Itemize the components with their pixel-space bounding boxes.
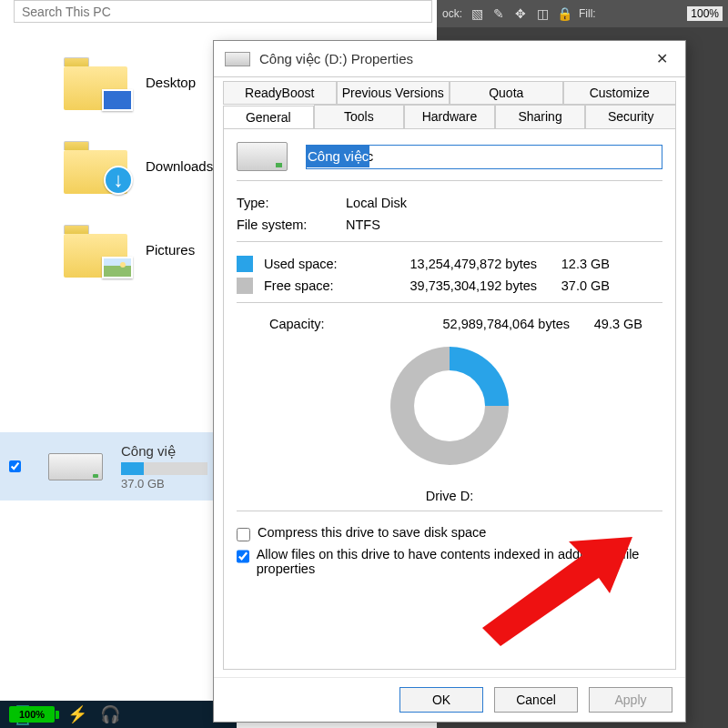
free-label: Free space:	[264, 278, 364, 293]
drive-usage-bar	[121, 462, 207, 475]
move-icon[interactable]: ✥	[513, 6, 528, 21]
drive-name-input[interactable]	[306, 145, 662, 169]
tab-hardware[interactable]: Hardware	[404, 105, 495, 128]
folder-icon	[64, 57, 127, 107]
used-swatch	[237, 256, 253, 272]
tab-quota[interactable]: Quota	[450, 81, 563, 105]
folder-label: Pictures	[146, 242, 195, 258]
used-gb: 12.3 GB	[537, 257, 610, 271]
dialog-button-row: OK Cancel Apply	[214, 677, 685, 722]
battery-indicator: 100%	[9, 706, 55, 723]
free-bytes: 39,735,304,192 bytes	[364, 278, 537, 293]
lightning-icon: ⚡	[67, 704, 87, 724]
crop-icon[interactable]: ◫	[535, 6, 550, 21]
ps-mock-label: ock:	[442, 7, 462, 20]
used-bytes: 13,254,479,872 bytes	[364, 257, 537, 271]
tab-previous-versions[interactable]: Previous Versions	[337, 81, 450, 105]
type-value: Local Disk	[346, 196, 662, 210]
folder-label: Downloads	[146, 158, 213, 174]
dialog-titlebar[interactable]: Công việc (D:) Properties ✕	[214, 41, 685, 77]
folder-icon: ↓	[64, 141, 127, 191]
capacity-gb: 49.3 GB	[570, 317, 642, 331]
headphone-icon: 🎧	[100, 704, 120, 724]
drive-checkbox[interactable]	[9, 460, 21, 472]
used-label: Used space:	[264, 257, 364, 271]
tab-sharing[interactable]: Sharing	[495, 105, 586, 128]
drive-icon	[48, 453, 103, 480]
capacity-label: Capacity:	[269, 317, 379, 331]
tab-security[interactable]: Security	[585, 105, 676, 128]
drive-icon	[225, 52, 250, 66]
ok-button[interactable]: OK	[399, 687, 483, 713]
index-checkbox[interactable]	[237, 550, 249, 563]
dialog-title: Công việc (D:) Properties	[259, 51, 413, 67]
compress-label: Compress this drive to save disk space	[258, 525, 486, 540]
drive-name: Công việ	[121, 443, 207, 460]
lock-icon[interactable]: ▧	[470, 6, 484, 21]
fill-value[interactable]: 100%	[687, 6, 723, 21]
annotation-arrow	[482, 537, 637, 650]
fill-label: Fill:	[579, 7, 596, 20]
tab-general[interactable]: General	[223, 106, 314, 129]
type-label: Type:	[237, 196, 346, 210]
drive-free-text: 37.0 GB	[121, 477, 207, 490]
svg-marker-0	[482, 537, 632, 646]
usage-pie-chart	[390, 347, 509, 465]
tab-tools[interactable]: Tools	[314, 105, 405, 128]
capacity-bytes: 52,989,784,064 bytes	[379, 317, 570, 331]
fs-value: NTFS	[346, 217, 662, 232]
folder-icon	[64, 225, 127, 275]
tab-customize[interactable]: Customize	[563, 81, 677, 105]
ps-toolbar: ock: ▧ ✎ ✥ ◫ 🔒 Fill: 100%	[437, 0, 728, 27]
explorer-search-input[interactable]	[14, 0, 432, 23]
folder-label: Desktop	[146, 75, 196, 90]
cancel-button[interactable]: Cancel	[494, 687, 578, 713]
free-gb: 37.0 GB	[537, 278, 610, 293]
free-swatch	[237, 278, 253, 294]
tab-strip: ReadyBoost Previous Versions Quota Custo…	[214, 77, 685, 128]
drive-icon	[237, 142, 288, 171]
apply-button[interactable]: Apply	[589, 687, 672, 713]
padlock-icon[interactable]: 🔒	[557, 6, 571, 21]
tab-readyboost[interactable]: ReadyBoost	[223, 81, 337, 105]
taskbar: 100% ⚡ 🎧	[0, 701, 237, 728]
compress-checkbox[interactable]	[237, 528, 250, 541]
brush-icon[interactable]: ✎	[491, 6, 506, 21]
drive-letter-label: Drive D:	[426, 489, 473, 503]
close-button[interactable]: ✕	[649, 46, 674, 72]
fs-label: File system:	[237, 217, 346, 232]
